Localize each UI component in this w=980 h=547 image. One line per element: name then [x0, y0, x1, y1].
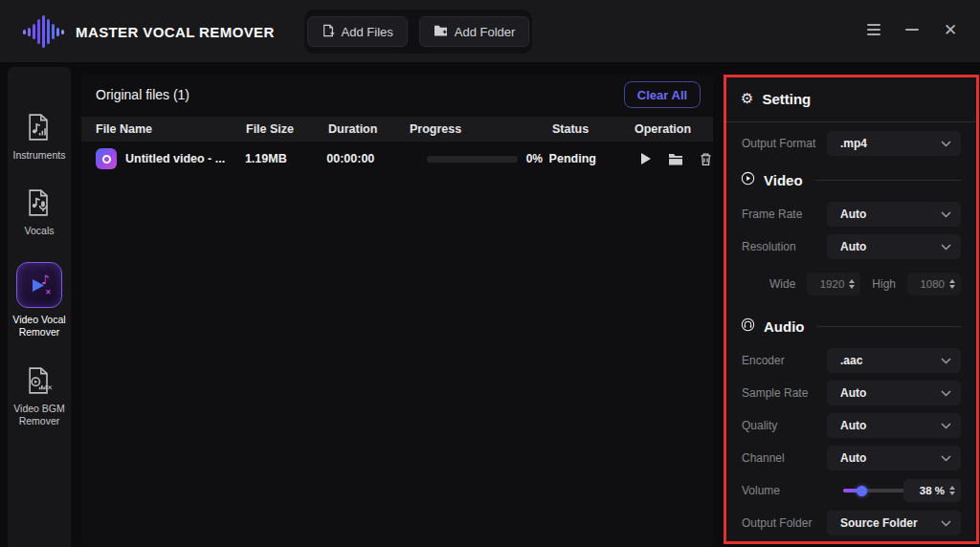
quality-label: Quality [742, 419, 777, 432]
resolution-row: Resolution Auto [742, 234, 961, 259]
spinner-arrows-icon[interactable] [949, 486, 955, 495]
app-title: MASTER VOCAL REMOVER [76, 24, 275, 40]
menu-icon[interactable] [865, 21, 882, 38]
channel-dropdown[interactable]: Auto [827, 446, 961, 470]
frame-rate-dropdown[interactable]: Auto [827, 202, 961, 227]
volume-value: 38 % [920, 485, 945, 496]
file-name: Untitled video - ... [125, 152, 225, 165]
sidebar-item-label: Vocals [10, 225, 69, 237]
close-icon[interactable]: ✕ [942, 21, 959, 38]
add-folder-label: Add Folder [455, 25, 516, 39]
setting-title: Setting [762, 91, 811, 107]
output-format-value: .mp4 [827, 137, 941, 150]
encoder-dropdown[interactable]: .aac [827, 348, 961, 373]
window-controls: ✕ [865, 21, 959, 38]
vocals-icon [23, 186, 56, 219]
file-list-panel: Original files (1) Clear All File Name F… [81, 75, 713, 547]
sidebar-item-label: Instruments [10, 149, 69, 162]
quality-value: Auto [827, 419, 941, 432]
frame-rate-label: Frame Rate [742, 208, 802, 221]
sample-rate-value: Auto [827, 386, 941, 400]
resolution-value: Auto [827, 240, 941, 253]
duration: 00:00:00 [326, 152, 407, 165]
topbar: MASTER VOCAL REMOVER Add Files [0, 0, 980, 63]
encoder-value: .aac [827, 354, 941, 367]
status-badge: Pending [549, 152, 631, 165]
divider [817, 326, 962, 327]
col-file-size: File Size [246, 122, 328, 136]
settings-panel: ⚙ Setting Output Format .mp4 Video [724, 75, 979, 544]
high-input[interactable]: 1080 [907, 273, 961, 295]
video-section-header: Video [741, 169, 961, 190]
minimize-icon[interactable] [903, 21, 921, 38]
volume-row: Volume 38 % [742, 478, 961, 503]
frame-rate-value: Auto [827, 208, 941, 221]
high-label: High [872, 277, 896, 291]
encoder-row: Encoder .aac [742, 348, 961, 373]
spinner-arrows-icon[interactable] [849, 279, 855, 289]
instruments-icon [23, 111, 56, 143]
chevron-down-icon [941, 358, 961, 364]
col-progress: Progress [410, 122, 552, 136]
add-files-button[interactable]: Add Files [307, 16, 408, 47]
waveform-logo-icon [23, 13, 64, 50]
open-folder-icon[interactable] [668, 151, 683, 166]
table-row: Untitled video - ... 1.19MB 00:00:00 0% … [81, 142, 713, 176]
sidebar-item-label: Video BGM Remover [10, 403, 69, 427]
frame-rate-row: Frame Rate Auto [742, 202, 961, 227]
wide-high-row: Wide 1920 High 1080 [742, 272, 961, 296]
video-title: Video [764, 172, 803, 188]
channel-row: Channel Auto [742, 446, 961, 470]
progress-percent: 0% [526, 152, 543, 165]
sample-rate-label: Sample Rate [742, 386, 808, 400]
add-folder-button[interactable]: Add Folder [419, 16, 530, 47]
wide-input[interactable]: 1920 [807, 273, 860, 295]
divider [726, 121, 976, 122]
output-folder-label: Output Folder [742, 516, 812, 530]
resolution-dropdown[interactable]: Auto [827, 234, 961, 259]
volume-input[interactable]: 38 % [903, 479, 961, 502]
col-file-name: File Name [96, 122, 246, 136]
video-bgm-remover-icon: ✕ [23, 364, 56, 397]
original-files-title: Original files (1) [96, 87, 189, 102]
channel-value: Auto [827, 451, 941, 465]
wide-value: 1920 [820, 278, 845, 290]
video-section-icon [741, 171, 755, 189]
channel-label: Channel [742, 451, 785, 465]
spinner-arrows-icon[interactable] [949, 279, 955, 289]
play-icon[interactable] [638, 151, 654, 166]
add-files-icon [322, 24, 335, 40]
add-files-label: Add Files [342, 25, 393, 39]
file-name-cell: Untitled video - ... [96, 148, 245, 169]
chevron-down-icon [941, 211, 961, 218]
sidebar-item-instruments[interactable]: Instruments [8, 111, 71, 162]
sidebar-item-video-bgm-remover[interactable]: ✕ Video BGM Remover [8, 364, 71, 427]
file-size: 1.19MB [245, 152, 326, 165]
volume-slider-thumb[interactable] [857, 486, 867, 496]
output-folder-dropdown[interactable]: Source Folder [827, 511, 961, 536]
quality-dropdown[interactable]: Auto [827, 413, 961, 438]
clear-all-button[interactable]: Clear All [624, 81, 701, 108]
sidebar-item-vocals[interactable]: Vocals [8, 186, 71, 237]
chevron-down-icon [941, 244, 961, 251]
audio-section-header: Audio [741, 316, 961, 337]
high-value: 1080 [920, 278, 945, 290]
output-format-label: Output Format [742, 137, 815, 150]
col-duration: Duration [328, 122, 410, 136]
gear-icon: ⚙ [741, 92, 753, 106]
video-file-icon [96, 148, 117, 169]
divider [815, 180, 961, 181]
output-format-dropdown[interactable]: .mp4 [827, 131, 961, 156]
chevron-down-icon [941, 520, 961, 527]
volume-label: Volume [742, 484, 780, 497]
col-status: Status [552, 122, 635, 136]
delete-icon[interactable] [698, 151, 713, 166]
table-header-row: File Name File Size Duration Progress St… [81, 117, 713, 142]
chevron-down-icon [941, 423, 961, 429]
sample-rate-dropdown[interactable]: Auto [827, 381, 961, 405]
sidebar-item-label: Video Vocal Remover [10, 314, 69, 339]
sidebar-item-video-vocal-remover[interactable]: ♪ ✕ Video Vocal Remover [8, 262, 71, 339]
svg-text:♪: ♪ [41, 273, 49, 287]
output-folder-row: Output Folder Source Folder [742, 511, 961, 536]
svg-text:✕: ✕ [47, 383, 53, 392]
